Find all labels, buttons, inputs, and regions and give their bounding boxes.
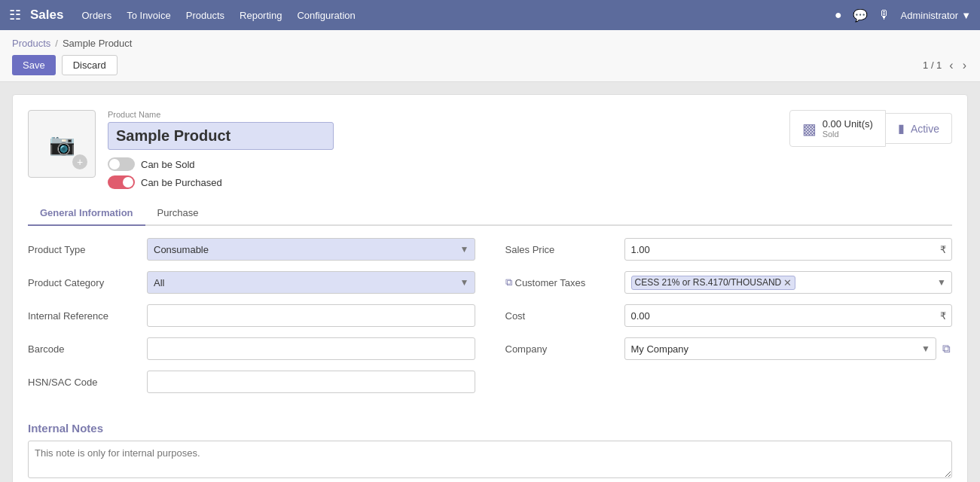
toggle-knob-purchased [123,177,133,188]
brand-label: Sales [30,8,63,23]
internal-reference-group: Internal Reference [28,304,475,327]
prev-button[interactable]: ‹ [948,59,954,72]
tax-tag-remove[interactable]: ✕ [783,277,792,288]
product-category-label: Product Category [28,277,141,288]
stat-label: Sold [823,130,873,139]
discard-button[interactable]: Discard [62,55,118,75]
product-name-input[interactable] [108,122,334,150]
barcode-group: Barcode [28,337,475,360]
toolbar-right: 1 / 1 ‹ › [923,59,968,72]
product-stats: ▩ 0.00 Unit(s) Sold ▮ Active [789,110,952,147]
hsn-sac-group: HSN/SAC Code [28,371,475,393]
chart-icon: ▩ [802,120,817,138]
product-info: Product Name Can be Sold Can be Purchase… [108,110,777,189]
topnav-right: ● 💬 🎙 Administrator ▼ [835,8,971,23]
page-header: Products / Sample Product Save Discard 1… [0,30,980,82]
cost-label: Cost [505,310,618,322]
cost-group: Cost ₹ [505,304,953,327]
customer-taxes-group: ⧉ Customer Taxes CESS 21% or RS.4170/THO… [505,271,953,294]
internal-notes-input[interactable] [28,441,952,478]
hsn-sac-label: HSN/SAC Code [28,377,141,388]
barcode-input[interactable] [147,337,475,360]
sales-price-wrapper: ₹ [624,238,953,261]
customer-taxes-label: ⧉ Customer Taxes [505,276,618,288]
company-select-wrap: My Company ▼ [624,337,937,360]
tab-general-information[interactable]: General Information [28,201,145,226]
can-be-sold-row: Can be Sold [108,157,777,171]
sales-price-group: Sales Price ₹ [505,238,953,261]
active-icon: ▮ [898,121,905,136]
product-type-select[interactable]: Consumable Storable Product Service [147,238,475,261]
company-label: Company [505,343,618,355]
pagination-label: 1 / 1 [923,59,942,71]
customer-taxes-ext-icon[interactable]: ⧉ [505,276,512,288]
user-label: Administrator [901,10,959,21]
can-be-purchased-row: Can be Purchased [108,175,777,189]
chat-icon[interactable]: 💬 [853,8,868,23]
nav-products[interactable]: Products [186,7,224,24]
company-ext-link-button[interactable]: ⧉ [941,342,952,355]
internal-notes-title: Internal Notes [28,422,952,435]
internal-reference-input[interactable] [147,304,475,327]
can-be-sold-toggle[interactable] [108,157,135,171]
product-category-select-wrapper: All ▼ [147,271,475,294]
user-menu[interactable]: Administrator ▼ [901,10,971,21]
stat-unit: Unit(s) [844,118,873,130]
customer-taxes-field[interactable]: CESS 21% or RS.4170/THOUSAND ✕ [624,271,953,294]
nav-configuration[interactable]: Configuration [297,7,355,24]
add-image-icon: + [72,154,87,169]
product-category-group: Product Category All ▼ [28,271,475,294]
tax-tag: CESS 21% or RS.4170/THOUSAND ✕ [631,276,796,290]
cost-wrapper: ₹ [624,304,953,327]
mic-icon[interactable]: 🎙 [878,8,890,22]
breadcrumb-parent[interactable]: Products [12,38,50,49]
topnav: ☷ Sales Orders To Invoice Products Repor… [0,0,980,30]
company-select[interactable]: My Company [624,337,937,360]
product-type-select-wrapper: Consumable Storable Product Service ▼ [147,238,475,261]
can-be-purchased-toggle[interactable] [108,175,135,189]
barcode-label: Barcode [28,343,141,355]
user-chevron-icon: ▼ [961,10,971,21]
stat-number: 0.00 [823,118,841,130]
tax-tag-label: CESS 21% or RS.4170/THOUSAND [635,277,782,288]
company-wrapper: My Company ▼ ⧉ [624,337,953,360]
product-card: 📷 + Product Name Can be Sold [12,94,968,482]
toolbar: Save Discard 1 / 1 ‹ › [12,55,968,81]
next-button[interactable]: › [961,59,968,72]
nav-menu: Orders To Invoice Products Reporting Con… [81,7,834,24]
form-right: Sales Price ₹ ⧉ Customer Taxes [505,238,953,404]
hsn-sac-input[interactable] [147,371,475,393]
toggle-knob-sold [109,159,120,169]
sales-price-label: Sales Price [505,244,618,255]
product-header: 📷 + Product Name Can be Sold [28,110,952,189]
nav-orders[interactable]: Orders [81,7,111,24]
internal-reference-label: Internal Reference [28,310,141,322]
internal-notes-section: Internal Notes [28,422,952,480]
can-be-purchased-label: Can be Purchased [141,177,222,188]
product-image[interactable]: 📷 + [28,110,96,178]
clock-icon[interactable]: ● [835,8,842,22]
form-section: Product Type Consumable Storable Product… [28,238,952,404]
form-left: Product Type Consumable Storable Product… [28,238,475,404]
product-category-select[interactable]: All [147,271,475,294]
save-button[interactable]: Save [12,55,56,75]
tab-purchase[interactable]: Purchase [145,201,211,226]
camera-icon: 📷 [49,132,75,157]
sales-price-input[interactable] [624,238,953,261]
stat-box[interactable]: ▩ 0.00 Unit(s) Sold [789,110,886,147]
nav-to-invoice[interactable]: To Invoice [127,7,171,24]
active-box[interactable]: ▮ Active [886,113,952,144]
toolbar-left: Save Discard [12,55,118,75]
breadcrumb-separator: / [55,38,58,49]
customer-taxes-wrapper: CESS 21% or RS.4170/THOUSAND ✕ ▼ [624,271,953,294]
product-type-label: Product Type [28,244,141,255]
nav-reporting[interactable]: Reporting [240,7,282,24]
cost-input[interactable] [624,304,953,327]
product-toggles: Can be Sold Can be Purchased [108,157,777,189]
active-label: Active [911,123,939,135]
product-type-group: Product Type Consumable Storable Product… [28,238,475,261]
main-content: 📷 + Product Name Can be Sold [0,82,980,482]
grid-icon[interactable]: ☷ [9,7,21,23]
company-group: Company My Company ▼ ⧉ [505,337,953,360]
stat-text: 0.00 Unit(s) Sold [823,118,873,139]
